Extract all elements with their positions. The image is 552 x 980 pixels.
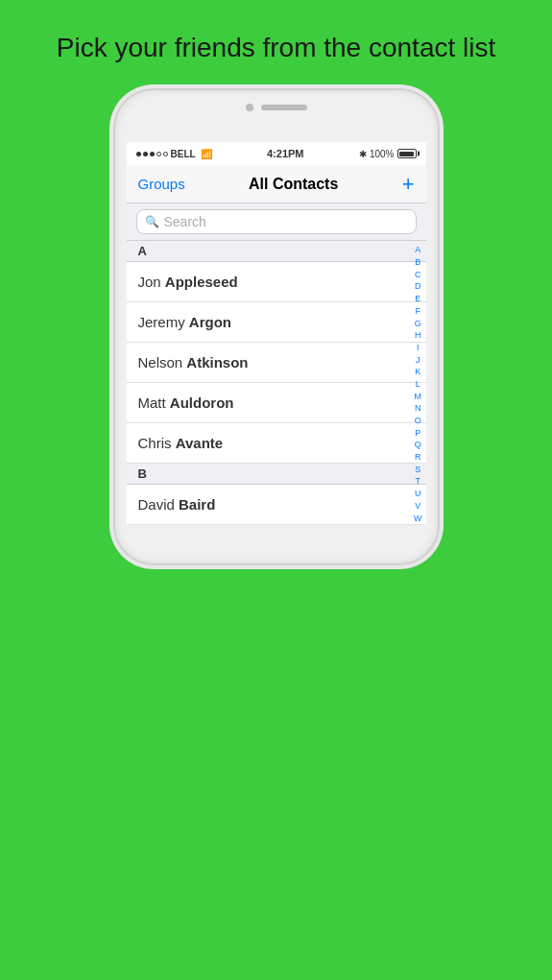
alpha-letter-N[interactable]: N: [415, 403, 421, 415]
contact-name: David Baird: [138, 496, 216, 513]
phone-top-details: [246, 104, 307, 111]
front-camera: [246, 104, 253, 111]
alpha-letter-R[interactable]: R: [415, 452, 421, 464]
contact-row[interactable]: Jeremy Argon: [127, 302, 426, 343]
contact-row[interactable]: Jon Appleseed: [127, 262, 426, 302]
section-header-B: B: [127, 464, 426, 485]
nav-bar: Groups All Contacts +: [127, 165, 426, 203]
alpha-letter-K[interactable]: K: [415, 367, 420, 378]
signal-dot-3: [150, 152, 155, 156]
alpha-letter-L[interactable]: L: [416, 379, 420, 391]
nav-groups-button[interactable]: Groups: [138, 176, 185, 192]
wifi-icon: 📶: [201, 149, 212, 159]
alpha-letter-V[interactable]: V: [415, 501, 420, 513]
alpha-index[interactable]: ABCDEFGHIJKLMNOPQRSTUVWXYZ#: [414, 241, 422, 525]
page-headline: Pick your friends from the contact list: [18, 31, 535, 65]
search-placeholder: Search: [164, 214, 206, 229]
status-bar: BELL 📶 4:21PM ✱ 100%: [127, 142, 426, 165]
battery-body: [397, 149, 417, 158]
alpha-letter-F[interactable]: F: [416, 306, 421, 318]
contact-name: Jon Appleseed: [138, 274, 238, 290]
section-header-A: A: [127, 241, 426, 262]
alpha-letter-U[interactable]: U: [415, 489, 421, 500]
earpiece-speaker: [261, 105, 307, 110]
status-right: ✱ 100%: [359, 149, 417, 159]
battery-fill: [399, 152, 414, 156]
contact-name: Jeremy Argon: [138, 314, 232, 330]
alpha-letter-J[interactable]: J: [416, 355, 420, 367]
alpha-letter-O[interactable]: O: [415, 416, 421, 427]
contact-name: Matt Auldoron: [138, 394, 234, 411]
contact-name: Chris Avante: [138, 435, 224, 451]
contact-row[interactable]: Chris Avante: [127, 423, 426, 464]
contacts-list: AJon AppleseedJeremy ArgonNelson Atkinso…: [127, 241, 426, 525]
signal-dot-2: [143, 152, 148, 156]
nav-add-button[interactable]: +: [402, 174, 415, 195]
contact-name: Nelson Atkinson: [138, 354, 249, 370]
alpha-letter-A[interactable]: A: [415, 245, 420, 256]
contact-row[interactable]: Matt Auldoron: [127, 383, 426, 423]
alpha-letter-H[interactable]: H: [415, 330, 421, 342]
alpha-letter-C[interactable]: C: [415, 270, 421, 281]
alpha-letter-M[interactable]: M: [415, 392, 422, 403]
search-bar-wrapper: 🔍 Search: [127, 203, 426, 241]
signal-dots: [136, 152, 168, 156]
alpha-letter-B[interactable]: B: [415, 257, 420, 269]
alpha-letter-E[interactable]: E: [415, 294, 420, 305]
search-icon: 🔍: [145, 215, 159, 228]
bluetooth-icon: ✱: [359, 149, 367, 159]
alpha-letter-G[interactable]: G: [415, 319, 421, 330]
signal-dot-1: [136, 152, 141, 156]
contact-row[interactable]: David Baird: [127, 485, 426, 525]
nav-title: All Contacts: [249, 176, 338, 193]
alpha-letter-S[interactable]: S: [415, 465, 420, 476]
contact-row[interactable]: Nelson Atkinson: [127, 343, 426, 383]
phone-screen: BELL 📶 4:21PM ✱ 100% Groups All Contacts…: [127, 142, 426, 525]
carrier-label: BELL: [171, 149, 196, 159]
alpha-letter-T[interactable]: T: [416, 476, 421, 488]
signal-dot-4: [156, 152, 161, 156]
alpha-letter-P[interactable]: P: [415, 428, 420, 440]
signal-dot-5: [163, 152, 168, 156]
phone-mockup: BELL 📶 4:21PM ✱ 100% Groups All Contacts…: [113, 88, 440, 565]
status-time: 4:21PM: [267, 148, 304, 159]
alpha-letter-W[interactable]: W: [414, 514, 422, 525]
alpha-letter-I[interactable]: I: [417, 343, 420, 354]
alpha-letter-Q[interactable]: Q: [415, 440, 421, 451]
battery-percent-label: 100%: [370, 149, 395, 159]
battery-icon: [397, 149, 417, 158]
search-bar[interactable]: 🔍 Search: [136, 209, 417, 234]
status-left: BELL 📶: [136, 149, 212, 159]
alpha-letter-D[interactable]: D: [415, 281, 421, 293]
